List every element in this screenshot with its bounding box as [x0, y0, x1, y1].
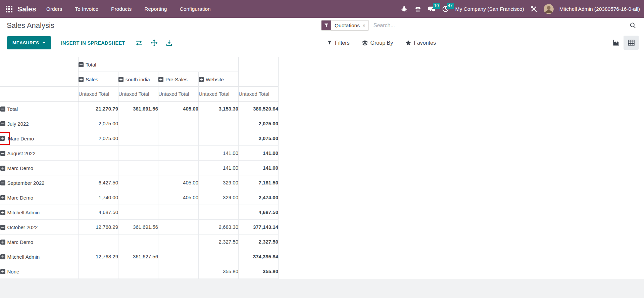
pivot-value-cell[interactable] — [118, 190, 158, 205]
pivot-value-cell[interactable] — [158, 264, 199, 279]
measure-header[interactable]: Untaxed Total — [239, 87, 279, 101]
pivot-value-cell[interactable] — [79, 235, 118, 249]
pivot-value-cell[interactable]: 12,768.29 — [79, 220, 118, 235]
pivot-value-cell[interactable]: 141.00 — [239, 146, 279, 161]
collapse-row-icon[interactable] — [0, 225, 5, 230]
expand-column-icon[interactable] — [158, 77, 163, 82]
pivot-value-cell[interactable]: 405.00 — [158, 190, 199, 205]
pivot-value-cell[interactable]: 141.00 — [239, 161, 279, 175]
pivot-row-header[interactable]: Mitchell Admin — [0, 205, 79, 220]
column-group-sales[interactable]: Sales — [79, 72, 118, 87]
pivot-value-cell[interactable]: 12,768.29 — [79, 249, 118, 264]
pivot-row-header[interactable]: Marc Demo — [0, 131, 79, 146]
pivot-value-cell[interactable] — [158, 146, 199, 161]
pivot-value-cell[interactable]: 2,075.00 — [239, 116, 279, 131]
pivot-row-header[interactable]: Marc Demo — [0, 190, 79, 205]
chat-icon[interactable]: 10 — [428, 5, 436, 13]
pivot-value-cell[interactable]: 355.80 — [239, 264, 279, 279]
pivot-row-header[interactable]: None — [0, 264, 79, 279]
pivot-row-header[interactable]: October 2022 — [0, 220, 79, 235]
insert-in-spreadsheet-button[interactable]: INSERT IN SPREADSHEET — [59, 40, 127, 46]
pivot-value-cell[interactable] — [158, 131, 199, 146]
expand-row-icon[interactable] — [0, 254, 5, 259]
expand-column-icon[interactable] — [118, 77, 123, 82]
pivot-value-cell[interactable]: 2,075.00 — [79, 131, 118, 146]
avatar[interactable] — [544, 4, 554, 14]
pivot-row-header[interactable]: Marc Demo — [0, 235, 79, 249]
phone-icon[interactable] — [414, 5, 422, 13]
expand-all-icon[interactable] — [151, 39, 158, 46]
expand-row-icon[interactable] — [0, 210, 5, 215]
pivot-value-cell[interactable]: 2,327.50 — [199, 235, 239, 249]
pivot-value-cell[interactable] — [199, 249, 239, 264]
pivot-value-cell[interactable] — [118, 146, 158, 161]
nav-menu-reporting[interactable]: Reporting — [144, 6, 167, 12]
pivot-row-header[interactable]: Marc Demo — [0, 161, 79, 175]
collapse-row-icon[interactable] — [0, 121, 5, 126]
pivot-value-cell[interactable]: 3,153.30 — [199, 101, 239, 116]
collapse-row-icon[interactable] — [0, 151, 5, 156]
pivot-value-cell[interactable]: 7,161.50 — [239, 175, 279, 190]
company-switcher[interactable]: My Company (San Francisco) — [455, 6, 524, 12]
pivot-value-cell[interactable]: 4,687.50 — [79, 205, 118, 220]
pivot-value-cell[interactable] — [118, 205, 158, 220]
pivot-value-cell[interactable]: 141.00 — [199, 161, 239, 175]
magnifier-icon[interactable] — [629, 22, 637, 29]
app-name[interactable]: Sales — [17, 5, 36, 13]
nav-menu-products[interactable]: Products — [111, 6, 132, 12]
pivot-value-cell[interactable] — [158, 220, 199, 235]
apps-grid-icon[interactable] — [5, 5, 13, 13]
pivot-value-cell[interactable]: 361,691.56 — [118, 220, 158, 235]
measure-header[interactable]: Untaxed Total — [158, 87, 199, 101]
search-facet-quotations[interactable]: Quotations × — [321, 20, 369, 31]
favorites-button[interactable]: Favorites — [405, 40, 436, 46]
activity-clock-icon[interactable]: 47 — [442, 5, 450, 13]
pivot-value-cell[interactable]: 361,627.56 — [118, 249, 158, 264]
pivot-value-cell[interactable]: 405.00 — [158, 175, 199, 190]
pivot-value-cell[interactable]: 21,270.79 — [79, 101, 118, 116]
pivot-value-cell[interactable] — [79, 146, 118, 161]
pivot-value-cell[interactable] — [158, 161, 199, 175]
download-icon[interactable] — [166, 40, 172, 46]
pivot-value-cell[interactable]: 329.00 — [199, 175, 239, 190]
search-bar[interactable]: Quotations × — [321, 18, 639, 33]
pivot-value-cell[interactable] — [158, 116, 199, 131]
group-by-button[interactable]: Group By — [362, 40, 393, 46]
tools-icon[interactable] — [530, 5, 538, 13]
pivot-value-cell[interactable] — [118, 161, 158, 175]
column-group-website[interactable]: Website — [199, 72, 239, 87]
column-group-pre-sales[interactable]: Pre-Sales — [158, 72, 199, 87]
pivot-value-cell[interactable] — [118, 175, 158, 190]
pivot-value-cell[interactable] — [118, 235, 158, 249]
collapse-row-icon[interactable] — [0, 180, 5, 185]
pivot-value-cell[interactable]: 2,075.00 — [79, 116, 118, 131]
pivot-value-cell[interactable]: 2,474.00 — [239, 190, 279, 205]
pivot-value-cell[interactable] — [79, 264, 118, 279]
pivot-value-cell[interactable] — [118, 264, 158, 279]
pivot-column-total-header[interactable]: Total — [79, 57, 239, 72]
pivot-value-cell[interactable]: 329.00 — [199, 190, 239, 205]
expand-row-icon[interactable] — [0, 269, 5, 274]
pivot-value-cell[interactable] — [118, 131, 158, 146]
pivot-value-cell[interactable]: 386,520.64 — [239, 101, 279, 116]
nav-menu-to-invoice[interactable]: To Invoice — [75, 6, 98, 12]
pivot-value-cell[interactable]: 374,395.84 — [239, 249, 279, 264]
pivot-row-header[interactable]: August 2022 — [0, 146, 79, 161]
pivot-view-button[interactable] — [624, 36, 639, 50]
flip-axis-icon[interactable] — [135, 39, 143, 47]
search-input[interactable] — [369, 22, 629, 29]
nav-menu-configuration[interactable]: Configuration — [180, 6, 210, 12]
collapse-column-icon[interactable] — [79, 62, 84, 67]
expand-row-icon[interactable] — [0, 195, 5, 200]
pivot-value-cell[interactable] — [199, 116, 239, 131]
filters-button[interactable]: Filters — [327, 40, 350, 46]
pivot-value-cell[interactable]: 361,691.56 — [118, 101, 158, 116]
pivot-value-cell[interactable]: 2,683.30 — [199, 220, 239, 235]
graph-view-button[interactable] — [608, 36, 624, 50]
bug-icon[interactable] — [400, 5, 408, 13]
pivot-value-cell[interactable] — [158, 249, 199, 264]
pivot-value-cell[interactable] — [199, 131, 239, 146]
expand-row-icon[interactable] — [0, 240, 5, 245]
pivot-value-cell[interactable]: 355.80 — [199, 264, 239, 279]
pivot-row-header[interactable]: Total — [0, 101, 79, 116]
